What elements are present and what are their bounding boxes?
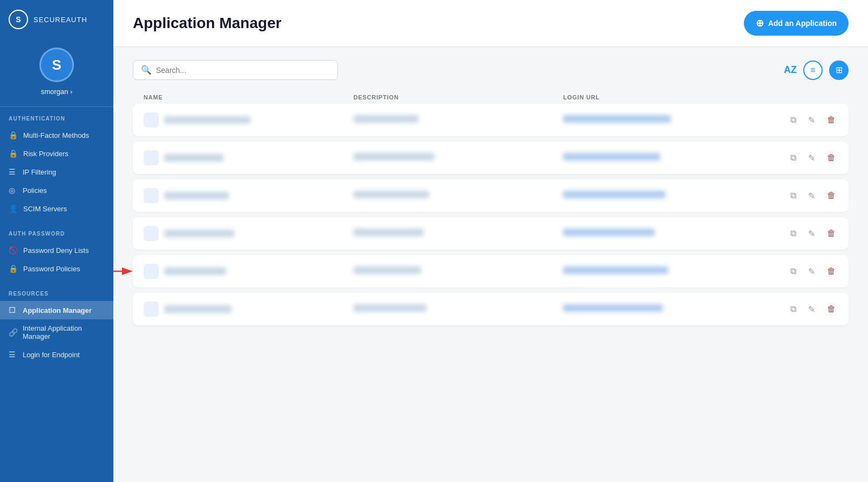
table-row: ⧉ ✎ 🗑 xyxy=(133,255,849,287)
app-name-cell xyxy=(144,226,354,241)
edit-button[interactable]: ✎ xyxy=(806,113,817,128)
row-actions: ⧉ ✎ 🗑 xyxy=(773,113,838,128)
delete-button[interactable]: 🗑 xyxy=(825,302,838,316)
table-row: ⧉ ✎ 🗑 xyxy=(133,104,849,136)
copy-button[interactable]: ⧉ xyxy=(788,151,798,165)
sidebar-item-deny-lists[interactable]: 🚫 Password Deny Lists xyxy=(0,241,113,259)
circle-icon: ◎ xyxy=(9,186,17,195)
table-row: ⧉ ✎ 🗑 xyxy=(133,179,849,212)
app-desc-cell xyxy=(354,229,564,238)
sidebar: S SECUREAUTH S smorgan AUTHENTICATION 🔒 … xyxy=(0,0,113,482)
toolbar: 🔍 AZ ≡ ⊞ xyxy=(133,60,849,80)
plus-icon: ⊕ xyxy=(756,17,764,29)
deny-icon: 🚫 xyxy=(9,246,18,255)
page-title: Application Manager xyxy=(133,15,281,32)
nav-auth-password: AUTH PASSWORD 🚫 Password Deny Lists 🔒 Pa… xyxy=(0,222,113,282)
search-input[interactable] xyxy=(156,66,330,75)
app-name-cell xyxy=(144,188,354,203)
svg-marker-1 xyxy=(122,267,133,275)
table-row: ⧉ ✎ 🗑 xyxy=(133,217,849,250)
delete-button[interactable]: 🗑 xyxy=(825,226,838,240)
app-name-cell xyxy=(144,264,354,279)
table-header: NAME DESCRIPTION LOGIN URL xyxy=(133,91,849,104)
sidebar-item-mfa[interactable]: 🔒 Multi-Factor Methods xyxy=(0,126,113,144)
sidebar-item-ip[interactable]: ☰ IP Filtering xyxy=(0,163,113,181)
app-icon xyxy=(144,264,159,279)
sidebar-item-pwd-policies[interactable]: 🔒 Password Policies xyxy=(0,259,113,278)
app-url-cell xyxy=(563,191,773,200)
app-list: ⧉ ✎ 🗑 ⧉ ✎ xyxy=(133,104,849,325)
red-arrow-annotation xyxy=(113,263,133,279)
lock-icon: 🔒 xyxy=(9,131,18,139)
app-url-cell xyxy=(563,304,773,314)
grid-icon: ⊞ xyxy=(836,65,843,75)
row-actions: ⧉ ✎ 🗑 xyxy=(773,264,838,279)
app-name-cell xyxy=(144,302,354,317)
list-icon: ≡ xyxy=(810,65,815,75)
logo-icon: S xyxy=(9,10,28,29)
add-application-button[interactable]: ⊕ Add an Application xyxy=(744,11,849,36)
app-desc-cell xyxy=(354,153,564,163)
sidebar-item-scim[interactable]: 👤 SCIM Servers xyxy=(0,199,113,218)
app-icon xyxy=(144,150,159,165)
endpoint-icon: ☰ xyxy=(9,350,17,359)
delete-button[interactable]: 🗑 xyxy=(825,264,838,278)
row-actions: ⧉ ✎ 🗑 xyxy=(773,226,838,241)
app-icon xyxy=(144,226,159,241)
lock-icon: 🔒 xyxy=(9,149,18,158)
main-content: Application Manager ⊕ Add an Application… xyxy=(113,0,868,482)
app-url-cell xyxy=(563,266,773,276)
link-icon: 🔗 xyxy=(9,328,17,337)
nav-section-title-resources: RESOURCES xyxy=(0,291,113,301)
grid-view-button[interactable]: ⊞ xyxy=(829,61,849,80)
copy-button[interactable]: ⧉ xyxy=(788,226,798,240)
logo-text: SECUREAUTH xyxy=(33,16,87,24)
table-row: ⧉ ✎ 🗑 xyxy=(133,142,849,174)
sidebar-item-risk[interactable]: 🔒 Risk Providers xyxy=(0,144,113,163)
sort-az-button[interactable]: AZ xyxy=(784,64,797,76)
user-section: S smorgan xyxy=(0,39,113,107)
edit-button[interactable]: ✎ xyxy=(806,264,817,279)
nav-section-title-pwd: AUTH PASSWORD xyxy=(0,231,113,241)
nav-authentication: AUTHENTICATION 🔒 Multi-Factor Methods 🔒 … xyxy=(0,107,113,222)
avatar: S xyxy=(39,48,74,82)
copy-button[interactable]: ⧉ xyxy=(788,302,798,316)
content-area: 🔍 AZ ≡ ⊞ NAME DESCRIPTION LOGIN URL xyxy=(113,47,868,482)
sidebar-item-policies[interactable]: ◎ Policies xyxy=(0,181,113,199)
nav-section-title-auth: AUTHENTICATION xyxy=(0,116,113,126)
copy-button[interactable]: ⧉ xyxy=(788,264,798,278)
list-view-button[interactable]: ≡ xyxy=(803,61,823,80)
edit-button[interactable]: ✎ xyxy=(806,226,817,241)
copy-button[interactable]: ⧉ xyxy=(788,113,798,127)
app-url-cell xyxy=(563,229,773,238)
edit-button[interactable]: ✎ xyxy=(806,189,817,203)
app-desc-cell xyxy=(354,266,564,276)
app-icon xyxy=(144,112,159,128)
sidebar-item-login-endpoint[interactable]: ☰ Login for Endpoint xyxy=(0,345,113,364)
delete-button[interactable]: 🗑 xyxy=(825,113,838,127)
search-box[interactable]: 🔍 xyxy=(133,60,338,80)
row-actions: ⧉ ✎ 🗑 xyxy=(773,302,838,317)
app-name-cell xyxy=(144,150,354,165)
app-url-cell xyxy=(563,115,773,125)
copy-button[interactable]: ⧉ xyxy=(788,189,798,203)
edit-button[interactable]: ✎ xyxy=(806,302,817,317)
app-url-cell xyxy=(563,153,773,163)
delete-button[interactable]: 🗑 xyxy=(825,189,838,203)
row-actions: ⧉ ✎ 🗑 xyxy=(773,151,838,165)
toolbar-right: AZ ≡ ⊞ xyxy=(784,61,849,80)
app-icon xyxy=(144,302,159,317)
lock-icon: 🔒 xyxy=(9,264,18,273)
app-name-cell xyxy=(144,112,354,128)
sidebar-item-app-manager[interactable]: ☐ Application Manager xyxy=(0,301,113,319)
search-icon: 🔍 xyxy=(141,65,152,75)
sidebar-item-internal-app[interactable]: 🔗 Internal Application Manager xyxy=(0,319,113,345)
app-desc-cell xyxy=(354,115,564,125)
row-actions: ⧉ ✎ 🗑 xyxy=(773,189,838,203)
edit-button[interactable]: ✎ xyxy=(806,151,817,165)
logo: S SECUREAUTH xyxy=(0,0,113,39)
user-name[interactable]: smorgan xyxy=(41,88,73,96)
nav-resources: RESOURCES ☐ Application Manager 🔗 Intern… xyxy=(0,282,113,368)
delete-button[interactable]: 🗑 xyxy=(825,151,838,165)
app-icon xyxy=(144,188,159,203)
